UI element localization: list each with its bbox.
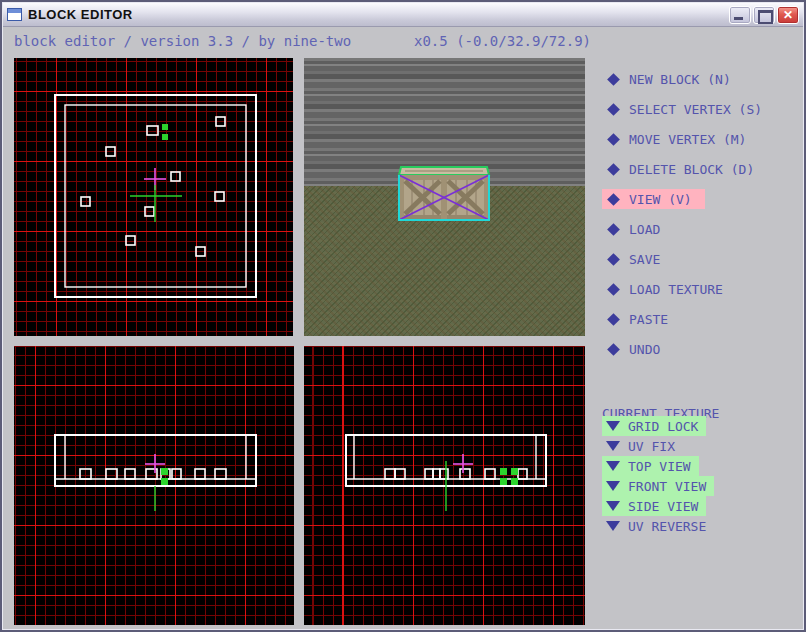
app-version-text: block editor / version 3.3 / by nine-two	[14, 33, 351, 49]
viewport-perspective[interactable]	[304, 58, 585, 336]
toggle-side-view[interactable]: SIDE VIEW	[602, 496, 706, 516]
menu-item-new-block[interactable]: NEW BLOCK (N)	[602, 64, 744, 94]
maximize-button[interactable]	[753, 6, 775, 24]
diamond-icon	[607, 343, 620, 356]
viewport-side-view[interactable]	[304, 346, 585, 625]
block-editor-window: BLOCK EDITOR ✕ block editor / version 3.…	[0, 0, 806, 632]
toggle-uv-fix[interactable]: UV FIX	[602, 436, 683, 456]
triangle-icon	[606, 501, 620, 511]
diamond-icon	[607, 163, 620, 176]
menu-item-paste[interactable]: PASTE	[602, 304, 681, 334]
selected-vertices	[161, 468, 168, 485]
diamond-icon	[607, 73, 620, 86]
menu-item-load-texture[interactable]: LOAD TEXTURE	[602, 274, 736, 304]
menu-item-undo[interactable]: UNDO	[602, 334, 673, 364]
selected-vertices	[162, 124, 168, 140]
menu-item-save[interactable]: SAVE	[602, 244, 673, 274]
diamond-icon	[607, 223, 620, 236]
viewport-top-view[interactable]	[14, 58, 293, 336]
tool-menu: NEW BLOCK (N) SELECT VERTEX (S) MOVE VER…	[602, 64, 802, 364]
toggle-top-view[interactable]: TOP VIEW	[602, 456, 699, 476]
diamond-icon	[607, 103, 620, 116]
toggle-front-view[interactable]: FRONT VIEW	[602, 476, 714, 496]
crate-block	[304, 58, 585, 336]
diamond-icon	[607, 283, 620, 296]
zoom-coordinates-text: x0.5 (-0.0/32.9/72.9)	[414, 33, 591, 49]
minimize-button[interactable]	[729, 6, 751, 24]
vertex-handles	[80, 469, 226, 479]
window-title: BLOCK EDITOR	[28, 7, 133, 22]
front-view-wireframe	[14, 346, 294, 625]
menu-item-select-vertex[interactable]: SELECT VERTEX (S)	[602, 94, 775, 124]
selected-vertices	[500, 468, 518, 485]
top-view-wireframe	[14, 58, 293, 336]
green-axis-cross	[130, 185, 182, 222]
titlebar[interactable]: BLOCK EDITOR ✕	[3, 3, 803, 27]
diamond-icon	[607, 313, 620, 326]
viewport-front-view[interactable]	[14, 346, 294, 625]
toggle-options: GRID LOCK UV FIX TOP VIEW FRONT VIEW SID…	[602, 416, 714, 536]
vertex-handles	[81, 117, 225, 256]
menu-item-view[interactable]: VIEW (V)	[602, 189, 705, 209]
triangle-icon	[606, 441, 620, 451]
diamond-icon	[607, 193, 620, 206]
triangle-icon	[606, 481, 620, 491]
triangle-icon	[606, 521, 620, 531]
menu-item-delete-block[interactable]: DELETE BLOCK (D)	[602, 154, 767, 184]
side-view-wireframe	[304, 346, 585, 625]
window-icon	[7, 8, 22, 21]
triangle-icon	[606, 461, 620, 471]
triangle-icon	[606, 421, 620, 431]
diamond-icon	[607, 253, 620, 266]
close-button[interactable]: ✕	[777, 6, 799, 24]
menu-item-move-vertex[interactable]: MOVE VERTEX (M)	[602, 124, 759, 154]
diamond-icon	[607, 133, 620, 146]
toggle-grid-lock[interactable]: GRID LOCK	[602, 416, 706, 436]
menu-item-load[interactable]: LOAD	[602, 214, 673, 244]
toggle-uv-reverse[interactable]: UV REVERSE	[602, 516, 714, 536]
